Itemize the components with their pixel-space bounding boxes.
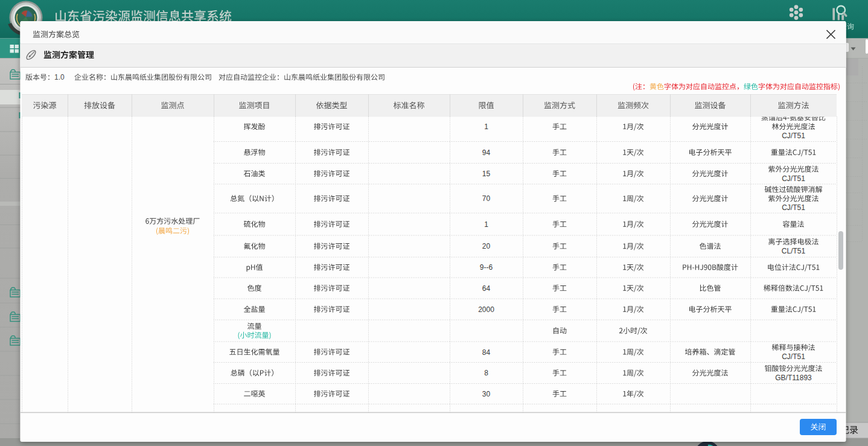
svg-text:CJ/T51: CJ/T51 (782, 352, 805, 361)
svg-text:64: 64 (482, 284, 491, 293)
svg-text:30: 30 (482, 390, 491, 398)
svg-text:9--6: 9--6 (480, 263, 493, 272)
svg-text:94: 94 (482, 148, 491, 157)
svg-text:70: 70 (482, 194, 491, 203)
svg-text:CL/T51: CL/T51 (782, 247, 806, 255)
svg-text:1: 1 (484, 123, 488, 131)
svg-text:GB/T11893: GB/T11893 (775, 374, 812, 382)
svg-text:8: 8 (484, 369, 488, 377)
svg-text:1: 1 (484, 220, 488, 229)
svg-text:2000: 2000 (478, 305, 494, 314)
svg-text:15: 15 (482, 170, 491, 178)
svg-text:CJ/T51: CJ/T51 (782, 203, 805, 212)
svg-text:CJ/T51: CJ/T51 (782, 174, 805, 183)
svg-text:CJ/T51: CJ/T51 (782, 132, 805, 140)
svg-text:84: 84 (482, 348, 491, 357)
svg-text:1.0: 1.0 (54, 73, 65, 81)
svg-text:20: 20 (482, 242, 491, 250)
